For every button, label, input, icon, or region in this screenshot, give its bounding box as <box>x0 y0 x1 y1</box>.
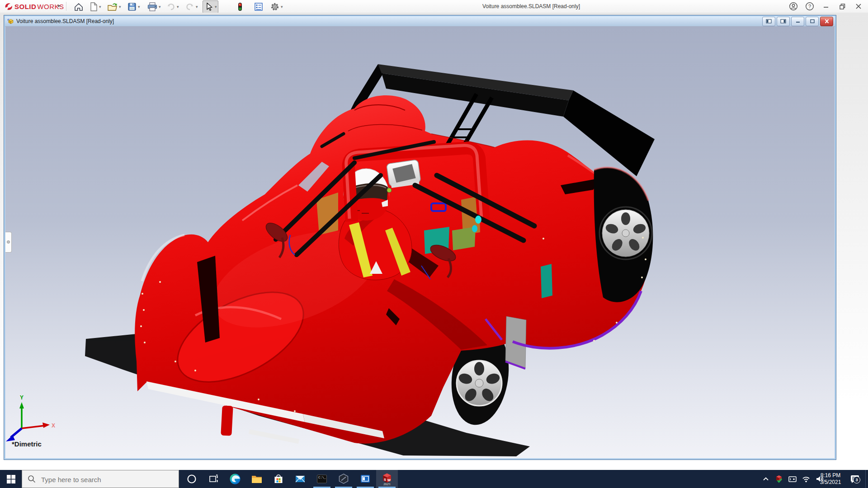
undo-button: ▾ <box>165 0 180 13</box>
brand-bold: SOLID <box>14 3 36 10</box>
solidworks-logo: SOLIDWORKS <box>4 1 64 11</box>
taskbar: C:\_ S W 2021 <box>0 470 868 488</box>
splitter-grip-dot <box>7 240 10 244</box>
3d-viewport[interactable]: Y X *Dimetric <box>5 26 835 458</box>
pane-right-button[interactable] <box>777 17 790 26</box>
window-app-icon <box>359 473 371 485</box>
document-title: Voiture assomblee.SLDASM [Read-only] <box>16 18 114 24</box>
file-explorer-button[interactable] <box>246 470 268 488</box>
task-view-icon <box>208 474 219 484</box>
restore-icon <box>839 3 846 10</box>
file-explorer-icon <box>251 473 263 485</box>
triad-y-label: Y <box>20 394 24 401</box>
notification-badge: 3 <box>853 476 860 483</box>
cyan-light <box>475 216 481 224</box>
document-window-controls <box>761 16 833 26</box>
help-button[interactable]: ? <box>803 1 816 12</box>
task-view-button[interactable] <box>203 470 224 488</box>
save-icon <box>127 2 137 12</box>
dassault-swirl-icon <box>4 2 14 11</box>
triad-x-label: X <box>52 422 55 429</box>
feature-panel-splitter[interactable] <box>5 232 12 253</box>
clock-time: 8:16 PM <box>821 472 841 479</box>
restore-button[interactable] <box>835 1 849 12</box>
edge-icon <box>229 473 241 485</box>
tray-solidworks-monitor[interactable] <box>772 470 786 488</box>
tray-wifi-button[interactable] <box>799 470 813 488</box>
redo-button: ▾ <box>184 0 199 13</box>
search-icon <box>28 475 36 483</box>
component-list-button[interactable] <box>252 0 265 13</box>
cortana-icon <box>186 474 197 484</box>
clock-date: 3/5/2021 <box>820 479 841 486</box>
sw-year: 2021 <box>383 483 391 486</box>
sw-resource-monitor-icon <box>774 474 783 483</box>
start-button[interactable] <box>0 470 22 488</box>
pane-left-button[interactable] <box>762 17 775 26</box>
dropdown-caret[interactable]: ▾ <box>159 5 161 9</box>
toolbar-separator <box>66 2 66 11</box>
action-center-button[interactable]: 3 <box>846 470 864 488</box>
solidworks-app-icon: S W 2021 <box>380 472 394 486</box>
terminal-icon: C:\_ <box>316 473 328 485</box>
app-window-title: Voiture assomblee.SLDASM [Read-only] <box>470 3 592 9</box>
hex-app-button[interactable] <box>333 470 354 488</box>
display-states-button[interactable] <box>235 0 245 13</box>
save-button[interactable]: ▾ <box>126 0 142 13</box>
windows-logo-icon <box>7 475 15 483</box>
list-icon <box>254 2 264 12</box>
hoop-eyelet <box>387 188 392 192</box>
window-app-button[interactable] <box>354 470 376 488</box>
home-button[interactable] <box>72 0 85 13</box>
doc-close-button[interactable] <box>820 17 833 26</box>
toolbar-flyout-arrow[interactable]: ▸ <box>58 2 61 9</box>
store-button[interactable] <box>268 470 289 488</box>
edge-button[interactable] <box>224 470 246 488</box>
minimize-button[interactable] <box>819 1 833 12</box>
document-titlebar[interactable]: Voiture assomblee.SLDASM [Read-only] <box>5 16 835 27</box>
undo-icon <box>166 2 176 12</box>
sw-letter-s: S <box>384 478 386 482</box>
mail-icon <box>294 473 306 485</box>
tray-cast-button[interactable] <box>786 470 799 488</box>
svg-text:?: ? <box>808 4 811 9</box>
terminal-button[interactable]: C:\_ <box>311 470 333 488</box>
print-button[interactable]: ▾ <box>146 0 162 13</box>
dropdown-caret: ▾ <box>196 5 198 9</box>
dropdown-caret[interactable]: ▾ <box>215 5 217 9</box>
tray-clock[interactable]: 8:16 PM 3/5/2021 <box>816 470 844 488</box>
rear-wheel <box>594 168 653 302</box>
orientation-triad: Y X <box>6 394 55 441</box>
display-cast-icon <box>788 474 797 483</box>
wifi-icon <box>802 474 811 483</box>
dropdown-caret[interactable]: ▾ <box>99 5 101 9</box>
new-document-button[interactable]: ▾ <box>88 0 103 13</box>
race-car-render: Y X <box>5 26 835 458</box>
select-tool-button[interactable]: ▾ <box>203 0 218 13</box>
dropdown-caret: ▾ <box>177 5 179 9</box>
gear-icon <box>270 2 280 12</box>
doc-minimize-button[interactable] <box>791 17 804 26</box>
traffic-light-icon <box>236 2 244 12</box>
home-icon <box>74 2 84 12</box>
show-desktop-button[interactable] <box>865 470 868 488</box>
mail-button[interactable] <box>289 470 311 488</box>
cyan-light <box>472 225 477 232</box>
dropdown-caret[interactable]: ▾ <box>281 5 283 9</box>
search-input[interactable] <box>40 470 178 488</box>
doc-restore-button[interactable] <box>806 17 819 26</box>
print-icon <box>147 2 158 12</box>
solidworks-taskbar-button[interactable]: S W 2021 <box>376 470 398 488</box>
close-button[interactable] <box>852 1 865 12</box>
taskbar-search[interactable] <box>22 470 179 488</box>
settings-button[interactable]: ▾ <box>269 0 284 13</box>
open-button[interactable]: ▾ <box>106 0 123 13</box>
account-icon <box>789 2 798 11</box>
tray-chevron-button[interactable] <box>760 470 772 488</box>
dropdown-caret[interactable]: ▾ <box>119 5 121 9</box>
cortana-button[interactable] <box>181 470 203 488</box>
assembly-icon <box>7 18 14 25</box>
dropdown-caret[interactable]: ▾ <box>138 5 140 9</box>
select-cursor-icon <box>204 2 214 12</box>
account-button[interactable] <box>787 1 800 12</box>
